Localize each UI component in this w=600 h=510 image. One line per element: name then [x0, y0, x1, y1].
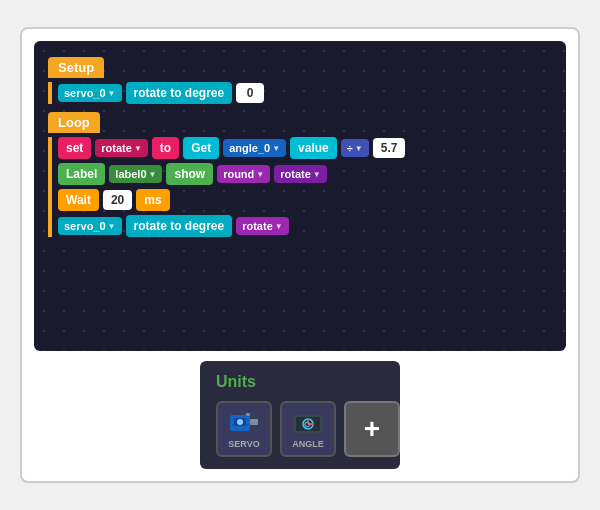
label0-dropdown[interactable]: label0 ▼ [109, 165, 162, 183]
loop-wrapper: set rotate ▼ to Get angle_0 ▼ [48, 137, 552, 237]
rotate-var-dropdown[interactable]: rotate ▼ [95, 139, 147, 157]
wait-row: Wait 20 ms [58, 189, 552, 211]
angle-label: ANGLE [292, 439, 324, 449]
svg-rect-4 [246, 413, 250, 416]
divide-dropdown[interactable]: ÷ ▼ [341, 139, 369, 157]
dropdown-arrow3: ▼ [272, 144, 280, 153]
blocks-area: Setup servo_0 ▼ rotate to degree 0 Loop [34, 41, 566, 351]
rotate-to-block2: rotate to degree [126, 215, 233, 237]
value-block: value [290, 137, 337, 159]
setup-group: Setup servo_0 ▼ rotate to degree 0 [48, 57, 552, 104]
round-dropdown[interactable]: round ▼ [217, 165, 270, 183]
angle-svg: ⟳ [290, 409, 326, 437]
label-block: Label [58, 163, 105, 185]
angle0-dropdown[interactable]: angle_0 ▼ [223, 139, 286, 157]
servo0-dropdown2[interactable]: servo_0 ▼ [58, 217, 122, 235]
set-block: set [58, 137, 91, 159]
degree-value[interactable]: 0 [236, 83, 264, 103]
dropdown-arrow7: ▼ [313, 170, 321, 179]
dropdown-arrow4: ▼ [355, 144, 363, 153]
dropdown-arrow: ▼ [108, 89, 116, 98]
servo0-dropdown[interactable]: servo_0 ▼ [58, 84, 122, 102]
rotate-show-dropdown[interactable]: rotate ▼ [274, 165, 326, 183]
add-unit-button[interactable]: + [344, 401, 400, 457]
setup-row: servo_0 ▼ rotate to degree 0 [58, 82, 552, 104]
show-block: show [166, 163, 213, 185]
servo-unit-icon[interactable]: SERVO [216, 401, 272, 457]
units-panel: Units SERVO ⟳ [200, 361, 400, 469]
setup-wrapper: servo_0 ▼ rotate to degree 0 [48, 82, 552, 104]
wait-value[interactable]: 20 [103, 190, 132, 210]
dropdown-arrow5: ▼ [149, 170, 157, 179]
servo-label: SERVO [228, 439, 259, 449]
get-block: Get [183, 137, 219, 159]
loop-label: Loop [48, 112, 100, 133]
angle-unit-icon[interactable]: ⟳ ANGLE [280, 401, 336, 457]
setup-label: Setup [48, 57, 104, 78]
wait-block: Wait [58, 189, 99, 211]
divisor-value[interactable]: 5.7 [373, 138, 406, 158]
servo-svg [226, 409, 262, 437]
main-container: Setup servo_0 ▼ rotate to degree 0 Loop [20, 27, 580, 483]
set-rotate-row: set rotate ▼ to Get angle_0 ▼ [58, 137, 552, 159]
svg-point-3 [237, 419, 243, 425]
svg-rect-2 [250, 419, 258, 425]
dropdown-arrow8: ▼ [108, 222, 116, 231]
dropdown-arrow9: ▼ [275, 222, 283, 231]
ms-block: ms [136, 189, 169, 211]
dropdown-arrow2: ▼ [134, 144, 142, 153]
plus-icon: + [364, 415, 380, 443]
rotate-to-degree-block: rotate to degree [126, 82, 233, 104]
rotate-arg-dropdown[interactable]: rotate ▼ [236, 217, 288, 235]
loop-group: Loop set rotate ▼ to Get [48, 112, 552, 237]
to-block: to [152, 137, 179, 159]
dropdown-arrow6: ▼ [256, 170, 264, 179]
label-row: Label label0 ▼ show round ▼ rotate [58, 163, 552, 185]
units-title: Units [216, 373, 256, 391]
units-icons: SERVO ⟳ ANGLE + [216, 401, 400, 457]
servo-rotate-row: servo_0 ▼ rotate to degree rotate ▼ [58, 215, 552, 237]
